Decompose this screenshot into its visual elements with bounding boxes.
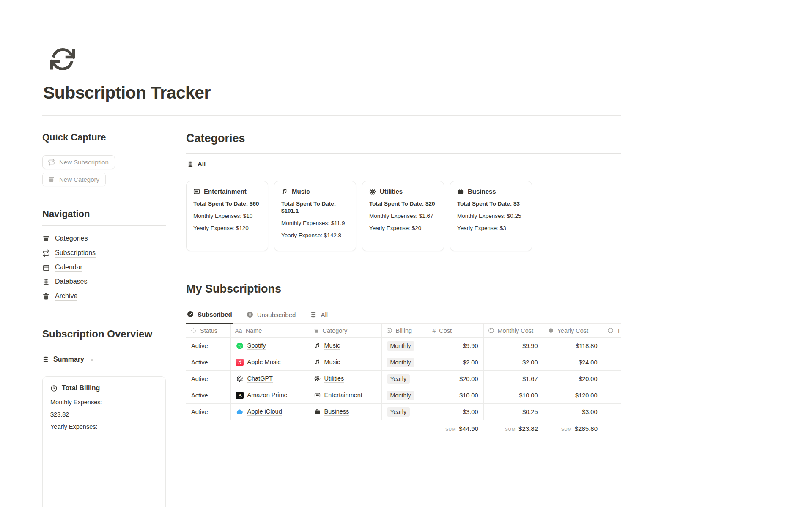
category-card-business[interactable]: Business Total Spent To Date: $3 Monthly… (450, 181, 532, 251)
category-cell[interactable]: Music (309, 354, 381, 370)
name-cell[interactable]: a Amazon Prime (230, 387, 309, 403)
yearly-cost-cell[interactable]: $24.00 (543, 354, 603, 370)
monthly-cost-cell[interactable]: $0.25 (483, 403, 543, 420)
column-header-status[interactable]: Status (186, 324, 230, 338)
clock-icon (50, 385, 58, 392)
table-row: Active ChatGPT (186, 370, 621, 387)
yearly-line: Yearly Expense: $120 (193, 225, 261, 232)
cost-cell[interactable]: $10.00 (428, 387, 483, 403)
billing-cell[interactable]: Monthly (381, 387, 428, 403)
name-cell[interactable]: Spotify (230, 337, 309, 354)
main-content: Categories All (186, 132, 621, 507)
column-header-yearly-cost[interactable]: Yearly Cost (543, 324, 603, 338)
divider (42, 149, 166, 149)
yearly-cost-cell[interactable]: $120.00 (543, 387, 603, 403)
cost-sum[interactable]: SUM$44.90 (428, 420, 483, 436)
subscription-overview-heading: Subscription Overview (42, 328, 166, 340)
briefcase-icon (457, 188, 464, 195)
status-cell[interactable]: Active (186, 370, 230, 387)
sidebar-item-label: Calendar (55, 263, 82, 272)
sidebar-item-label: Categories (55, 235, 88, 243)
yearly-cost-sum[interactable]: SUM$285.80 (543, 420, 603, 436)
total-billing-card: Total Billing Monthly Expenses: $23.82 Y… (42, 376, 166, 507)
tab-label: Unsubscribed (257, 311, 296, 318)
table-row: Active Apple Music Music (186, 354, 621, 370)
tab-all-subscriptions[interactable]: All (309, 304, 329, 324)
sidebar-item-label: Databases (55, 278, 88, 286)
monthly-line: Monthly Expenses: $1.67 (369, 213, 437, 220)
category-cell[interactable]: Business (309, 403, 381, 420)
new-category-button[interactable]: New Category (42, 173, 106, 186)
name-cell[interactable]: Apple Music (230, 354, 309, 370)
category-name: Utilities (380, 188, 403, 195)
status-cell[interactable]: Active (186, 387, 230, 403)
summary-view-selector[interactable]: Summary (42, 352, 166, 370)
column-header-billing[interactable]: Billing (381, 324, 428, 338)
billing-tag: Yearly (387, 407, 410, 417)
cost-cell[interactable]: $2.00 (428, 354, 483, 370)
sidebar-item-archive[interactable]: Archive (42, 289, 166, 304)
billing-cell[interactable]: Monthly (381, 354, 428, 370)
sidebar-item-categories[interactable]: Categories (42, 232, 166, 246)
truncated-cell[interactable] (603, 370, 621, 387)
monthly-cost-cell[interactable]: $2.00 (483, 354, 543, 370)
new-subscription-button[interactable]: New Subscription (42, 155, 115, 169)
monthly-cost-cell[interactable]: $9.90 (483, 337, 543, 354)
truncated-cell[interactable] (603, 403, 621, 420)
navigation-heading: Navigation (42, 208, 166, 219)
chevron-down-icon (89, 357, 95, 362)
table-row: Active Apple iCloud Business (186, 403, 621, 420)
categories-tabbar: All (186, 154, 621, 173)
archive-box-icon (313, 328, 319, 334)
tab-subscribed[interactable]: Subscribed (186, 304, 233, 324)
truncated-cell[interactable] (603, 387, 621, 403)
billing-cell[interactable]: Yearly (381, 370, 428, 387)
calendar-icon (42, 264, 50, 271)
cost-cell[interactable]: $9.90 (428, 337, 483, 354)
column-header-truncated[interactable]: T (603, 324, 621, 338)
number-property-icon: # (433, 327, 436, 334)
sidebar-item-databases[interactable]: Databases (42, 275, 166, 289)
monthly-expenses-label: Monthly Expenses: (50, 399, 158, 406)
cost-cell[interactable]: $20.00 (428, 370, 483, 387)
category-card-entertainment[interactable]: Entertainment Total Spent To Date: $60 M… (186, 181, 268, 251)
tab-all-categories[interactable]: All (186, 154, 206, 173)
cost-cell[interactable]: $3.00 (428, 403, 483, 420)
column-header-category[interactable]: Category (309, 324, 381, 338)
repeat-cycle-icon[interactable] (50, 47, 75, 72)
monthly-cost-cell[interactable]: $1.67 (483, 370, 543, 387)
monthly-cost-sum[interactable]: SUM$23.82 (483, 420, 543, 436)
x-circle-icon (247, 311, 253, 318)
billing-cell[interactable]: Yearly (381, 403, 428, 420)
page-title: Subscription Tracker (43, 83, 621, 103)
tab-label: Subscribed (198, 311, 232, 318)
sidebar: Quick Capture New Subscription (42, 132, 166, 507)
category-card-music[interactable]: Music Total Spent To Date: $101.1 Monthl… (274, 181, 356, 251)
category-card-utilities[interactable]: Utilities Total Spent To Date: $20 Month… (362, 181, 444, 251)
name-cell[interactable]: ChatGPT (230, 370, 309, 387)
status-cell[interactable]: Active (186, 354, 230, 370)
status-cell[interactable]: Active (186, 403, 230, 420)
category-cell[interactable]: Utilities (309, 370, 381, 387)
category-cell[interactable]: Entertainment (309, 387, 381, 403)
sidebar-item-subscriptions[interactable]: Subscriptions (42, 246, 166, 260)
billing-cell[interactable]: Monthly (381, 337, 428, 354)
new-subscription-label: New Subscription (59, 159, 109, 166)
sidebar-item-calendar[interactable]: Calendar (42, 260, 166, 275)
yearly-cost-cell[interactable]: $118.80 (543, 337, 603, 354)
column-header-name[interactable]: Aa Name (230, 324, 309, 338)
column-header-cost[interactable]: # Cost (428, 324, 483, 338)
table-row: Active Spotify Music (186, 337, 621, 354)
truncated-cell[interactable] (603, 354, 621, 370)
category-cell[interactable]: Music (309, 337, 381, 354)
yearly-cost-cell[interactable]: $3.00 (543, 403, 603, 420)
name-cell[interactable]: Apple iCloud (230, 403, 309, 420)
column-header-monthly-cost[interactable]: Monthly Cost (483, 324, 543, 338)
truncated-cell[interactable] (603, 337, 621, 354)
categories-heading: Categories (186, 132, 621, 145)
monthly-cost-cell[interactable]: $10.00 (483, 387, 543, 403)
tab-unsubscribed[interactable]: Unsubscribed (246, 304, 297, 324)
repeat-icon (48, 159, 55, 166)
status-cell[interactable]: Active (186, 337, 230, 354)
yearly-cost-cell[interactable]: $20.00 (543, 370, 603, 387)
